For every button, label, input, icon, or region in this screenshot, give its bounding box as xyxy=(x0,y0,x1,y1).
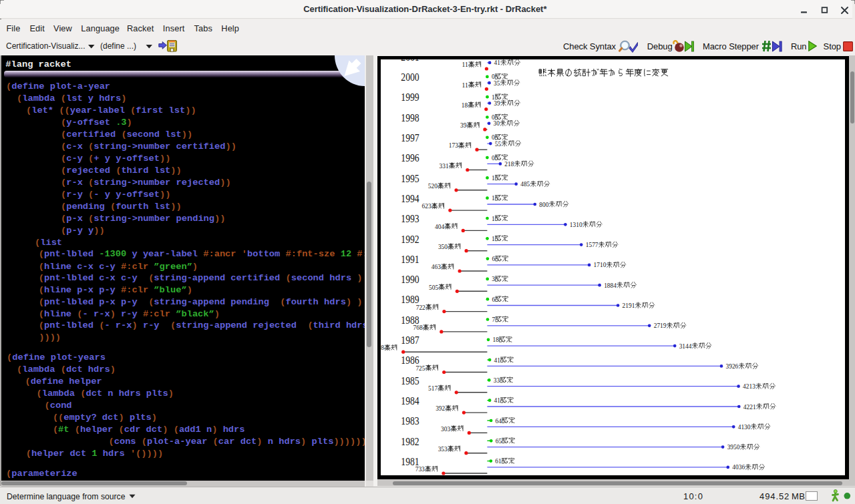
svg-text:1998: 1998 xyxy=(401,111,419,124)
svg-text:1997: 1997 xyxy=(401,132,419,144)
svg-text:800: 800 xyxy=(539,201,548,208)
svg-text:1: 1 xyxy=(492,194,495,202)
svg-text:1: 1 xyxy=(492,174,495,182)
svg-text:1710: 1710 xyxy=(593,262,606,269)
svg-text:55: 55 xyxy=(494,140,500,148)
svg-text:65: 65 xyxy=(495,437,501,445)
svg-text:64: 64 xyxy=(495,417,502,425)
svg-text:41: 41 xyxy=(494,356,500,364)
svg-text:39: 39 xyxy=(460,121,466,129)
svg-text:41: 41 xyxy=(494,59,500,66)
svg-text:1987: 1987 xyxy=(401,334,419,346)
svg-text:3926: 3926 xyxy=(725,362,738,370)
svg-text:303: 303 xyxy=(441,425,450,433)
svg-text:3: 3 xyxy=(492,276,495,283)
svg-text:41: 41 xyxy=(494,397,500,404)
svg-text:7: 7 xyxy=(492,316,495,323)
svg-text:404: 404 xyxy=(435,223,445,230)
svg-text:1999: 1999 xyxy=(401,91,419,104)
svg-text:6: 6 xyxy=(492,296,495,303)
svg-text:33: 33 xyxy=(494,376,500,384)
svg-text:30: 30 xyxy=(493,120,499,128)
svg-text:18: 18 xyxy=(462,101,468,109)
svg-text:1985: 1985 xyxy=(401,374,419,387)
svg-text:725: 725 xyxy=(415,364,425,372)
svg-text:463: 463 xyxy=(432,263,441,270)
svg-text:733: 733 xyxy=(415,465,424,473)
svg-text:3950: 3950 xyxy=(727,443,739,451)
svg-text:1992: 1992 xyxy=(401,233,419,246)
svg-text:1993: 1993 xyxy=(401,212,419,225)
svg-text:218: 218 xyxy=(504,160,514,168)
svg-text:1983: 1983 xyxy=(401,415,419,427)
svg-text:3144: 3144 xyxy=(679,342,691,350)
svg-text:2191: 2191 xyxy=(622,302,635,309)
svg-text:768: 768 xyxy=(413,324,422,331)
svg-text:722: 722 xyxy=(415,304,425,311)
svg-text:35: 35 xyxy=(494,79,500,87)
svg-text:505: 505 xyxy=(429,284,438,291)
svg-text:4221: 4221 xyxy=(743,403,756,411)
svg-text:11: 11 xyxy=(462,81,468,89)
svg-text:4036: 4036 xyxy=(732,464,745,471)
svg-text:1991: 1991 xyxy=(401,253,419,266)
svg-text:485: 485 xyxy=(520,180,530,188)
svg-text:1994: 1994 xyxy=(401,192,419,205)
svg-text:39: 39 xyxy=(494,99,500,107)
svg-text:517: 517 xyxy=(428,385,438,392)
svg-text:1982: 1982 xyxy=(401,435,419,448)
svg-text:350: 350 xyxy=(438,243,448,250)
svg-text:1408: 1408 xyxy=(381,344,384,352)
svg-text:1310: 1310 xyxy=(570,221,582,228)
svg-text:1984: 1984 xyxy=(401,395,419,407)
svg-text:11: 11 xyxy=(462,61,468,68)
svg-text:1990: 1990 xyxy=(401,273,419,286)
svg-text:6: 6 xyxy=(492,255,495,262)
svg-text:1577: 1577 xyxy=(585,241,598,248)
svg-text:4213: 4213 xyxy=(743,383,755,390)
svg-text:2719: 2719 xyxy=(653,322,666,330)
svg-text:1: 1 xyxy=(492,235,495,242)
svg-text:18: 18 xyxy=(492,336,498,344)
svg-text:4130: 4130 xyxy=(737,423,750,431)
svg-text:1884: 1884 xyxy=(604,282,617,289)
svg-text:0: 0 xyxy=(492,154,495,162)
svg-text:1: 1 xyxy=(492,215,495,222)
svg-text:61: 61 xyxy=(495,457,501,465)
svg-text:353: 353 xyxy=(438,445,447,453)
svg-text:173: 173 xyxy=(448,142,458,150)
svg-text:392: 392 xyxy=(436,405,445,413)
svg-text:623: 623 xyxy=(421,203,431,210)
svg-text:1996: 1996 xyxy=(401,152,419,165)
svg-text:1995: 1995 xyxy=(401,172,419,185)
svg-text:2001: 2001 xyxy=(401,59,419,63)
svg-text:2000: 2000 xyxy=(401,71,419,83)
svg-text:331: 331 xyxy=(439,162,448,170)
svg-text:520: 520 xyxy=(428,182,437,190)
